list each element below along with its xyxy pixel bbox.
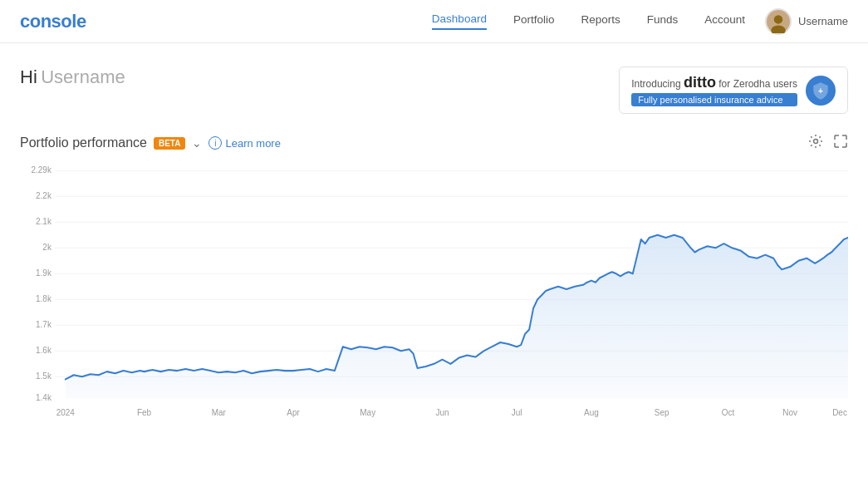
svg-text:1.4k: 1.4k	[36, 393, 52, 402]
info-icon: i	[208, 136, 222, 150]
svg-point-1	[774, 15, 783, 24]
learn-more-label: Learn more	[225, 137, 280, 150]
portfolio-header: Portfolio performance BETA ⌄ i Learn mor…	[20, 134, 848, 152]
ditto-intro: Introducing ditto for Zerodha users	[631, 74, 797, 91]
greeting-username: Username	[41, 66, 125, 87]
nav-dashboard[interactable]: Dashboard	[432, 12, 487, 30]
svg-text:2.2k: 2.2k	[36, 191, 52, 200]
svg-text:1.8k: 1.8k	[36, 294, 52, 303]
svg-text:Feb: Feb	[137, 408, 152, 417]
greeting-section: Hi Username Introducing ditto for Zerodh…	[20, 66, 848, 114]
hi-label: Hi	[20, 66, 37, 87]
logo[interactable]: console	[20, 11, 86, 32]
nav-reports[interactable]: Reports	[581, 13, 620, 29]
svg-text:1.9k: 1.9k	[36, 268, 52, 278]
svg-text:2k: 2k	[42, 243, 51, 252]
svg-point-4	[814, 140, 818, 144]
username-label: Username	[798, 15, 848, 27]
user-area: Username	[765, 8, 848, 35]
nav-funds[interactable]: Funds	[647, 13, 679, 29]
portfolio-title: Portfolio performance	[20, 135, 147, 150]
svg-text:1.5k: 1.5k	[36, 371, 52, 381]
svg-text:Sep: Sep	[655, 408, 669, 417]
svg-text:Jul: Jul	[512, 408, 522, 417]
svg-text:Jun: Jun	[435, 408, 449, 417]
svg-text:Aug: Aug	[584, 408, 599, 417]
chart-container: 2.29k 2.2k 2.1k 2k 1.9k 1.8k 1.7k 1.6k 1…	[20, 162, 848, 420]
portfolio-controls	[808, 134, 848, 152]
ditto-brand: ditto	[684, 74, 716, 91]
performance-chart: 2.29k 2.2k 2.1k 2k 1.9k 1.8k 1.7k 1.6k 1…	[20, 162, 848, 420]
ditto-text: Introducing ditto for Zerodha users Full…	[631, 74, 797, 106]
portfolio-title-area: Portfolio performance BETA ⌄ i Learn mor…	[20, 135, 281, 150]
svg-text:Mar: Mar	[212, 408, 227, 417]
ditto-banner[interactable]: Introducing ditto for Zerodha users Full…	[619, 66, 848, 114]
nav-portfolio[interactable]: Portfolio	[513, 13, 555, 29]
chevron-down-icon[interactable]: ⌄	[192, 136, 202, 150]
header: console Dashboard Portfolio Reports Fund…	[0, 0, 868, 43]
svg-text:May: May	[360, 408, 376, 417]
ditto-shield-icon: +	[806, 76, 836, 106]
ditto-subtitle: Fully personalised insurance advice	[631, 93, 797, 106]
settings-icon[interactable]	[808, 134, 823, 152]
svg-text:Oct: Oct	[722, 408, 735, 417]
svg-text:2.29k: 2.29k	[32, 165, 52, 175]
svg-text:2024: 2024	[56, 408, 76, 417]
nav-account[interactable]: Account	[704, 13, 745, 29]
learn-more-button[interactable]: i Learn more	[208, 136, 280, 150]
svg-text:2.1k: 2.1k	[36, 217, 52, 226]
svg-text:1.6k: 1.6k	[36, 346, 52, 355]
svg-text:Apr: Apr	[287, 408, 300, 417]
svg-text:Nov: Nov	[782, 408, 798, 417]
main-content: Hi Username Introducing ditto for Zerodh…	[0, 43, 868, 420]
nav: Dashboard Portfolio Reports Funds Accoun…	[432, 12, 745, 30]
beta-badge: BETA	[154, 137, 185, 150]
svg-text:+: +	[818, 86, 823, 96]
expand-icon[interactable]	[833, 134, 848, 152]
svg-text:1.7k: 1.7k	[36, 320, 52, 329]
greeting-text: Hi Username	[20, 66, 125, 88]
svg-text:Dec: Dec	[832, 408, 847, 417]
avatar[interactable]	[765, 8, 792, 35]
